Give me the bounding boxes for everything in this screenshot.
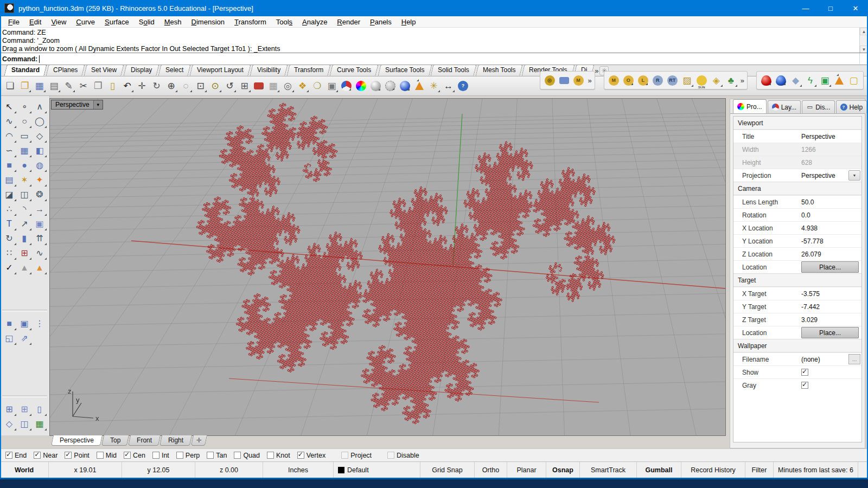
join-tool-icon[interactable]: ❂	[32, 187, 47, 202]
render-pie-icon[interactable]	[341, 81, 352, 91]
menu-help[interactable]: Help	[397, 17, 421, 27]
selection-frame-icon[interactable]: ▢	[847, 74, 860, 87]
property-value-text[interactable]: -7.442	[801, 303, 820, 311]
property-value-text[interactable]: 3.029	[801, 316, 818, 324]
status-cell-units[interactable]: Inches	[263, 462, 334, 478]
extrude-tool-icon[interactable]: ⇈	[32, 231, 47, 246]
osnap-item-mid[interactable]: Mid	[97, 452, 117, 459]
viewport-title-chip[interactable]: Perspective ▼	[51, 100, 103, 110]
side-view-icon[interactable]: ▯	[32, 402, 47, 416]
split-tool-icon[interactable]: ◫	[17, 187, 32, 202]
rotate-tool-icon[interactable]: ↻	[2, 231, 17, 246]
status-cell-record-history[interactable]: Record History	[681, 462, 745, 478]
menu-view[interactable]: View	[46, 17, 71, 27]
surface-points-tool-icon[interactable]: ▦	[17, 143, 32, 158]
property-value-text[interactable]: 4.938	[801, 224, 818, 232]
panel-tab-pro[interactable]: Pro...	[733, 99, 767, 113]
zoom-selected-icon[interactable]: ⊙	[208, 79, 222, 93]
osnap-item-vertex[interactable]: Vertex	[297, 452, 326, 459]
dropdown-arrow-icon[interactable]: ▼	[848, 170, 860, 181]
app-icon[interactable]	[4, 3, 14, 13]
properties-tab-icon[interactable]	[737, 103, 744, 110]
status-cell-layer[interactable]: Default	[334, 462, 420, 478]
menu-dimension[interactable]: Dimension	[187, 17, 229, 27]
toolbar-tab-surface-tools[interactable]: Surface Tools	[378, 65, 432, 76]
display-tab-icon[interactable]: ▭	[806, 104, 813, 111]
object-tag-icon[interactable]: O	[623, 75, 634, 86]
paste-icon[interactable]: ▯	[106, 79, 119, 93]
property-value-text[interactable]: (none)	[801, 356, 820, 363]
shaded-sphere-icon[interactable]	[371, 81, 381, 91]
cone-orange-icon[interactable]	[835, 76, 844, 85]
box-green-icon[interactable]: ▣	[818, 74, 832, 87]
command-prompt[interactable]: Command:	[0, 53, 868, 65]
move-tool-icon[interactable]: ↗	[17, 216, 32, 231]
copy-tool-icon[interactable]: ▣	[32, 216, 47, 231]
status-cell-z-coord[interactable]: z 0.00	[195, 462, 263, 478]
sphere-tool-icon[interactable]: ●	[17, 158, 32, 172]
layer-tag-icon[interactable]: L	[638, 75, 648, 86]
circle-center-icon[interactable]: ◎	[281, 79, 295, 93]
four-view-b-icon[interactable]: ⊞	[17, 402, 32, 416]
place-button[interactable]: Place...	[801, 327, 859, 338]
osnap-item-point[interactable]: Point	[65, 452, 90, 459]
panel-tab-lay[interactable]: Lay...	[768, 100, 801, 113]
boolean-tool-icon[interactable]: ▮	[17, 231, 32, 246]
color-wheel-icon[interactable]	[356, 81, 366, 91]
material-m-icon[interactable]: M	[609, 75, 619, 86]
close-button[interactable]: ✕	[843, 0, 868, 16]
property-value-text[interactable]: 0.0	[801, 211, 810, 219]
status-cell-y-coord[interactable]: y 12.05	[122, 462, 195, 478]
zoom-extents-icon[interactable]: ⊡	[194, 79, 207, 93]
arc-tool-icon[interactable]: ◠	[2, 129, 17, 143]
trim-tool-icon[interactable]: ◪	[2, 187, 17, 202]
menu-panels[interactable]: Panels	[365, 17, 397, 27]
osnap-checkbox-near[interactable]	[34, 452, 41, 459]
viewport[interactable]: Perspective ▼	[50, 99, 725, 435]
osnap-checkbox-project[interactable]	[341, 452, 348, 459]
texture-mat-icon[interactable]: ▨	[680, 74, 694, 87]
pyramid-tool-icon[interactable]: ▲	[32, 260, 47, 275]
add-viewport-tab-button[interactable]: ✛	[191, 435, 207, 446]
polyline-tool-icon[interactable]: ∧	[32, 99, 47, 114]
ground-plane-icon[interactable]: ◈	[710, 74, 723, 87]
options-gear-icon[interactable]: ✳	[427, 79, 441, 93]
property-value-text[interactable]: 50.0	[801, 198, 814, 206]
status-cell-cplane[interactable]: World	[0, 462, 49, 478]
box-tool-icon[interactable]: ■	[2, 158, 17, 172]
point-cloud-tool-icon[interactable]: ∴	[2, 202, 17, 216]
osnap-item-near[interactable]: Near	[34, 452, 58, 459]
osnap-item-cen[interactable]: Cen	[124, 452, 145, 459]
menu-solid[interactable]: Solid	[134, 17, 159, 27]
edit-notes-icon[interactable]: ✎	[62, 79, 75, 93]
property-value-text[interactable]: -3.575	[801, 290, 820, 298]
cplane-grid-icon[interactable]: ▦	[266, 79, 280, 93]
split-view-icon[interactable]: ◫	[17, 416, 32, 431]
mesh-lightning-icon[interactable]: ϟ	[803, 74, 817, 87]
render-r-icon[interactable]: R	[653, 75, 663, 86]
osnap-item-disable[interactable]: Disable	[387, 452, 419, 459]
menu-render[interactable]: Render	[332, 17, 365, 27]
viewport-tab-top[interactable]: Top	[101, 435, 129, 446]
menu-transform[interactable]: Transform	[229, 17, 271, 27]
gray-checkbox[interactable]	[801, 382, 808, 389]
status-cell-filter[interactable]: Filter	[745, 462, 774, 478]
save-icon[interactable]: ▦	[33, 79, 46, 93]
toolbar-tab-select[interactable]: Select	[158, 65, 191, 76]
toolbar-tab-viewport-layout[interactable]: Viewport Layout	[190, 65, 251, 76]
cone-gray-tool-icon[interactable]: ▲	[17, 260, 32, 275]
property-value-text[interactable]: Perspective	[801, 172, 835, 179]
osnap-item-knot[interactable]: Knot	[267, 452, 290, 459]
osnap-checkbox-vertex[interactable]	[297, 452, 304, 459]
ellipse-tool-icon[interactable]: ◯	[32, 114, 47, 129]
environment-tree-icon[interactable]: ♣	[724, 74, 738, 87]
small-viewport-icon[interactable]: ◱	[2, 331, 17, 345]
osnap-item-tan[interactable]: Tan	[207, 452, 227, 459]
viewport-canvas[interactable]	[50, 99, 725, 435]
status-cell-planar[interactable]: Planar	[507, 462, 546, 478]
osnap-checkbox-cen[interactable]	[124, 452, 131, 459]
four-view-icon[interactable]: ⊞	[2, 402, 17, 416]
viewport-menu-arrow-icon[interactable]: ▼	[93, 100, 103, 109]
toolbar-tab-transform[interactable]: Transform	[287, 65, 331, 76]
dimension-icon[interactable]: ↔	[442, 79, 455, 93]
